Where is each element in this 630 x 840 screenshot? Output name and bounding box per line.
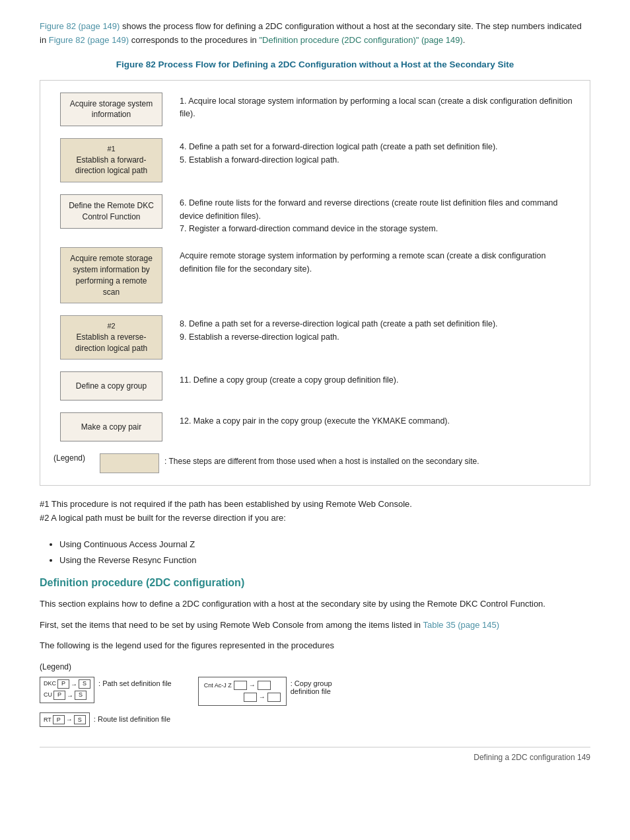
- copy-group-diagram: Cnt Ac-J Z → →: [198, 677, 287, 706]
- box-col-6: Define a copy group: [53, 371, 169, 401]
- diagram-row-3: Define the Remote DKC Control Function 6…: [53, 194, 577, 235]
- legend2-copy-row: Cnt Ac-J Z → → : Copy group definition f…: [198, 677, 332, 706]
- desc-col-1: 1. Acquire local storage system informat…: [169, 93, 577, 121]
- box-col-1: Acquire storage system information: [53, 93, 169, 127]
- footnote-2: #2 A logical path must be built for the …: [40, 512, 590, 525]
- diagram-row-7: Make a copy pair 12. Make a copy pair in…: [53, 412, 577, 441]
- box-col-5: #2 Establish a reverse-direction logical…: [53, 315, 169, 360]
- section-body2-text: First, set the items that need to be set…: [40, 620, 423, 630]
- section-body-2: First, set the items that need to be set…: [40, 618, 590, 632]
- legend-label: (Legend): [53, 453, 100, 463]
- step-box-make-copy-pair: Make a copy pair: [60, 412, 162, 441]
- section-body-1: This section explains how to define a 2D…: [40, 597, 590, 611]
- section-title: Definition procedure (2DC configuration): [40, 577, 590, 589]
- box-col-2: #1 Establish a forward-direction logical…: [53, 138, 169, 182]
- route-def-diagram: RT P → S: [40, 712, 90, 727]
- box-col-3: Define the Remote DKC Control Function: [53, 194, 169, 229]
- step-box-3: Define the Remote DKC Control Function: [60, 194, 162, 229]
- legend2-path-row: DKC P → S CU P → S : Path set definition…: [40, 677, 172, 705]
- box-col-7: Make a copy pair: [53, 412, 169, 441]
- copy-group-label: : Copy group definition file: [291, 677, 332, 695]
- definition-procedure-link[interactable]: "Definition procedure (2DC configuration…: [259, 35, 462, 45]
- legend2-label: (Legend): [40, 662, 590, 671]
- step-box-2: #1 Establish a forward-direction logical…: [60, 138, 162, 182]
- figure82-link1[interactable]: Figure 82 (page 149): [40, 21, 120, 31]
- step-box-4: Acquire remote storage system informatio…: [60, 247, 162, 303]
- desc-col-6: 11. Define a copy group (create a copy g…: [169, 371, 577, 387]
- figure82-link2[interactable]: Figure 82 (page 149): [49, 35, 129, 45]
- step-box-define-copy-group: Define a copy group: [60, 371, 162, 401]
- desc-col-7: 12. Make a copy pair in the copy group (…: [169, 412, 577, 428]
- diagram-row-2: #1 Establish a forward-direction logical…: [53, 138, 577, 182]
- diagram-row-6: Define a copy group 11. Define a copy gr…: [53, 371, 577, 401]
- legend2-route-row: RT P → S : Route list definition file: [40, 712, 590, 727]
- footnote-1: #1 This procedure is not required if the…: [40, 498, 590, 512]
- footnotes: #1 This procedure is not required if the…: [40, 498, 590, 525]
- step-box-5: #2 Establish a reverse-direction logical…: [60, 315, 162, 360]
- diagram-container: Acquire storage system information 1. Ac…: [40, 80, 590, 486]
- bullet-item-1: Using Continuous Access Journal Z: [59, 537, 590, 552]
- path-def-label: : Path set definition file: [98, 677, 172, 687]
- bullet-item-2: Using the Reverse Resync Function: [59, 553, 590, 568]
- box-col-4: Acquire remote storage system informatio…: [53, 247, 169, 303]
- table35-link[interactable]: Table 35 (page 145): [423, 620, 499, 630]
- desc-col-3: 6. Define route lists for the forward an…: [169, 194, 577, 235]
- intro-text4: corresponds to the procedures in: [129, 35, 259, 45]
- bullet-list: Using Continuous Access Journal Z Using …: [59, 537, 590, 568]
- diagram-row-5: #2 Establish a reverse-direction logical…: [53, 315, 577, 360]
- path-def-diagram: DKC P → S CU P → S: [40, 677, 94, 705]
- diagram-row-4: Acquire remote storage system informatio…: [53, 247, 577, 303]
- figure-title: Figure 82 Process Flow for Defining a 2D…: [40, 59, 590, 69]
- intro-text6: .: [463, 35, 466, 45]
- legend-text: : These steps are different from those u…: [164, 453, 479, 467]
- section-body-3: The following is the legend used for the…: [40, 638, 590, 652]
- diagram-row-1: Acquire storage system information 1. Ac…: [53, 93, 577, 127]
- diagram-legend-row: (Legend) : These steps are different fro…: [53, 453, 577, 473]
- desc-col-2: 4. Define a path set for a forward-direc…: [169, 138, 577, 167]
- route-def-label: : Route list definition file: [94, 712, 170, 723]
- desc-col-5: 8. Define a path set for a reverse-direc…: [169, 315, 577, 344]
- legend2-container: (Legend) DKC P → S CU P → S: [40, 662, 590, 727]
- intro-paragraph: Figure 82 (page 149) shows the process f…: [40, 20, 590, 48]
- desc-col-4: Acquire remote storage system informatio…: [169, 247, 577, 276]
- page-footer: Defining a 2DC configuration 149: [40, 747, 590, 762]
- legend-highlight-box: [100, 453, 159, 473]
- step-box-1: Acquire storage system information: [60, 93, 162, 127]
